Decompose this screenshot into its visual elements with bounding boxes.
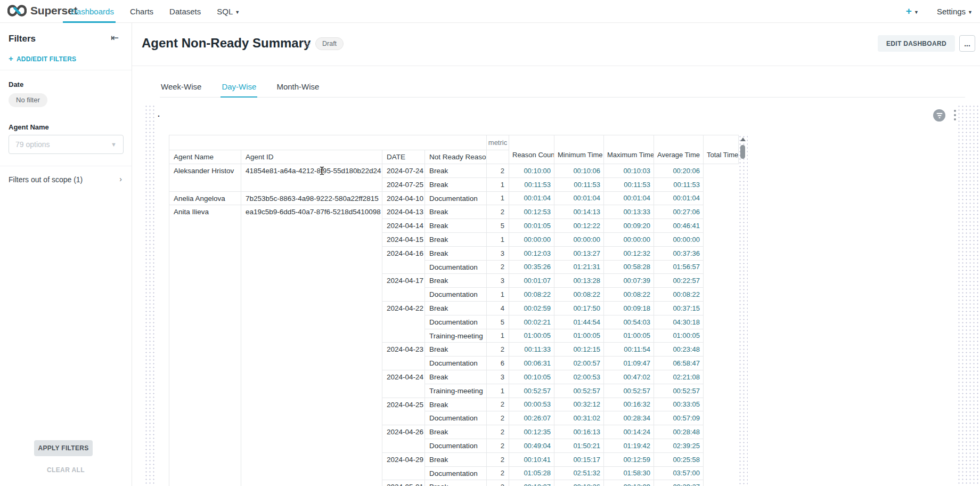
chevron-down-icon: ▼ [968, 10, 973, 15]
column-header-reason-count: Reason Count [509, 135, 554, 164]
agent-id-cell: 41854e81-a64a-4212-8f95-55d180b22d24 [241, 164, 382, 192]
date-cell: 2024-04-26 [382, 425, 425, 453]
agent-name-cell: Anelia Angelova [169, 191, 241, 205]
reason-cell: Break [425, 274, 487, 288]
header-empty-cell [487, 150, 509, 164]
avg-time-cell: 00:13:09 [604, 480, 654, 486]
min-time-cell: 00:06:31 [509, 357, 554, 370]
agent-name-select[interactable]: 79 options ▼ [9, 135, 124, 154]
reason-count-cell: 2 [487, 343, 509, 357]
filters-panel-title: Filters [9, 34, 36, 44]
reason-cell: Break [425, 452, 487, 466]
date-filter-label: Date [9, 80, 23, 88]
chevron-down-icon: ▼ [111, 141, 117, 148]
clear-all-button[interactable]: CLEAR ALL [0, 466, 132, 474]
avg-time-cell: 01:09:47 [604, 357, 654, 370]
settings-menu[interactable]: Settings▼ [937, 7, 973, 16]
date-cell: 2024-04-17 [382, 274, 425, 302]
reason-cell: Documentation [425, 191, 487, 205]
reason-count-cell: 5 [487, 315, 509, 329]
apply-filters-button[interactable]: APPLY FILTERS [34, 440, 93, 456]
tab-month-wise[interactable]: Month-Wise [275, 78, 320, 97]
avg-time-cell: 00:11:54 [604, 343, 654, 357]
row-header-agent-id: Agent ID [241, 150, 382, 164]
dashboard-tabs: Week-Wise Day-Wise Month-Wise [160, 78, 965, 98]
min-time-cell: 00:01:04 [509, 191, 554, 205]
applied-filters-indicator-icon[interactable] [933, 109, 945, 122]
chevron-down-icon: ▼ [914, 10, 919, 15]
filters-out-of-scope-toggle[interactable]: Filters out of scope (1) › [0, 170, 132, 191]
avg-time-cell: 00:54:03 [604, 315, 654, 329]
date-cell: 2024-04-29 [382, 452, 425, 480]
date-filter-value-badge[interactable]: No filter [9, 93, 47, 107]
filters-sidebar: Filters ⇤ +ADD/EDIT FILTERS Date No filt… [0, 23, 132, 486]
avg-time-cell: 00:12:59 [604, 452, 654, 466]
reason-cell: Break [425, 219, 487, 233]
total-time-cell: 00:28:48 [654, 425, 704, 439]
table-row: Anelia Angelova7b253b5c-8863-4a98-9222-5… [169, 191, 739, 205]
scrollbar-thumb[interactable] [740, 145, 745, 159]
max-time-cell: 00:17:50 [554, 301, 604, 315]
min-time-cell: 00:10:07 [509, 480, 554, 486]
reason-count-cell: 1 [487, 232, 509, 246]
chevron-down-icon: ▼ [235, 10, 240, 15]
min-time-cell: 00:01:07 [509, 274, 554, 288]
max-time-cell: 00:12:22 [554, 219, 604, 233]
min-time-cell: 01:00:05 [509, 329, 554, 343]
edit-dashboard-button[interactable]: EDIT DASHBOARD [878, 35, 955, 52]
total-time-cell: 00:01:04 [654, 191, 704, 205]
reason-count-cell: 6 [487, 357, 509, 370]
add-edit-filters-button[interactable]: +ADD/EDIT FILTERS [9, 54, 76, 63]
max-time-cell: 00:32:12 [554, 398, 604, 411]
min-time-cell: 00:52:57 [509, 384, 554, 398]
avg-time-cell: 00:12:32 [604, 246, 654, 260]
reason-cell: Break [425, 425, 487, 439]
reason-count-cell: 3 [487, 274, 509, 288]
scroll-up-arrow-icon[interactable] [740, 137, 746, 141]
total-time-cell: 00:00:00 [654, 232, 704, 246]
min-time-cell: 00:12:03 [509, 246, 554, 260]
reason-cell: Break [425, 398, 487, 411]
reason-cell: Break [425, 205, 487, 219]
new-item-button[interactable]: +▼ [906, 5, 919, 17]
max-time-cell: 00:12:15 [554, 343, 604, 357]
dashboard-title: Agent Non-Ready Summary [142, 36, 311, 51]
favorite-star-icon[interactable]: ☆ [303, 38, 312, 51]
avg-time-cell: 00:52:57 [604, 384, 654, 398]
date-cell: 2024-05-01 [382, 480, 425, 486]
tab-day-wise[interactable]: Day-Wise [220, 78, 257, 98]
nav-item-dashboards[interactable]: Dashboards [71, 7, 114, 16]
total-time-cell: 02:39:25 [654, 439, 704, 452]
reason-count-cell: 5 [487, 219, 509, 233]
pivot-tbody: Aleksander Hristov41854e81-a64a-4212-8f9… [169, 164, 739, 486]
reason-count-cell: 2 [487, 466, 509, 480]
nav-item-datasets[interactable]: Datasets [169, 7, 201, 16]
superset-dashboard-page: Superset Dashboards Charts Datasets SQL▼… [0, 0, 980, 486]
columns-axis-label: metric [487, 135, 509, 150]
date-cell: 2024-07-25 [382, 177, 425, 191]
table-scrollbar[interactable] [738, 135, 748, 486]
total-time-cell: 00:37:36 [654, 246, 704, 260]
max-time-cell: 02:00:53 [554, 370, 604, 384]
max-time-cell: 02:51:32 [554, 466, 604, 480]
filters-out-of-scope-label: Filters out of scope (1) [9, 175, 83, 184]
reason-count-cell: 1 [487, 191, 509, 205]
avg-time-cell: 00:58:28 [604, 260, 654, 274]
collapse-panel-icon[interactable]: ⇤ [111, 32, 119, 44]
superset-logo[interactable]: Superset [7, 4, 77, 18]
nav-item-charts[interactable]: Charts [130, 7, 153, 16]
avg-time-cell: 00:01:04 [604, 191, 654, 205]
date-cell: 2024-04-16 [382, 246, 425, 274]
tab-week-wise[interactable]: Week-Wise [160, 78, 202, 97]
total-time-cell: 06:58:47 [654, 357, 704, 370]
total-time-cell: 01:56:57 [654, 260, 704, 274]
more-options-button[interactable]: ... [959, 35, 975, 52]
avg-time-cell: 00:09:20 [604, 219, 654, 233]
agent-name-cell: Anita Ilieva [169, 205, 241, 486]
nav-item-sql[interactable]: SQL▼ [217, 7, 240, 16]
min-time-cell: 01:05:28 [509, 466, 554, 480]
reason-cell: Break [425, 164, 487, 178]
max-time-cell: 00:13:28 [554, 274, 604, 288]
pivot-table: metric Reason Count Minimum Time Maximum… [169, 135, 739, 486]
date-cell: 2024-04-22 [382, 301, 425, 342]
